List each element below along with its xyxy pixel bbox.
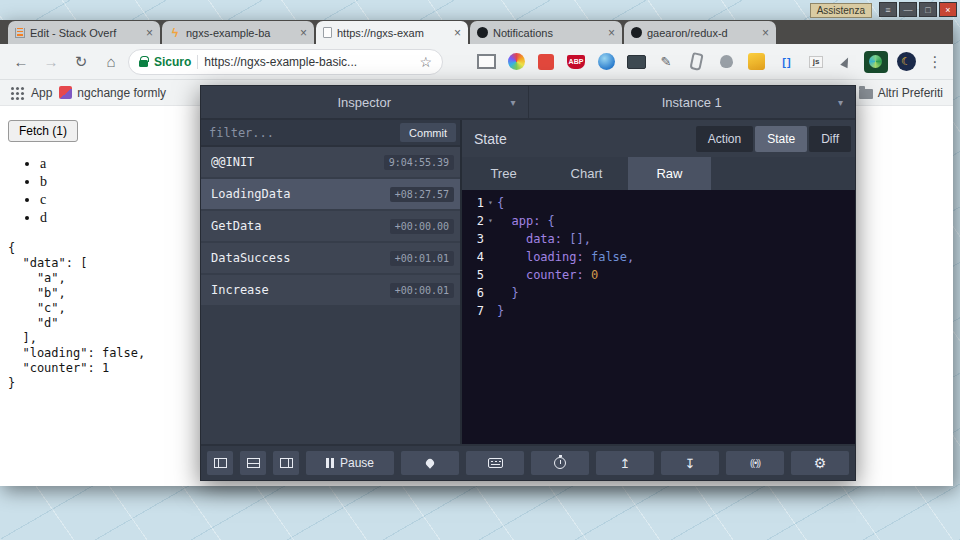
action-name: DataSuccess xyxy=(211,251,390,265)
action-item[interactable]: DataSuccess+00:01.01 xyxy=(201,243,460,273)
action-name: LoadingData xyxy=(211,187,390,201)
frame-capture-icon[interactable] xyxy=(471,49,501,75)
paperclip-icon[interactable] xyxy=(681,49,711,75)
forward-button[interactable]: → xyxy=(38,49,64,75)
pause-button[interactable]: Pause xyxy=(306,451,394,475)
browser-tab[interactable]: Edit - Stack Overf× xyxy=(8,21,160,44)
action-timestamp: +00:00.01 xyxy=(390,283,454,298)
fetch-button[interactable]: Fetch (1) xyxy=(8,120,78,142)
code-line: 1▾{ xyxy=(462,194,855,212)
extension-badge-label: js xyxy=(809,56,824,68)
slider-button[interactable] xyxy=(531,451,589,475)
window-close-button[interactable]: × xyxy=(939,2,957,17)
other-bookmarks[interactable]: Altri Preferiti xyxy=(859,86,943,100)
night-mode-icon[interactable]: ☾ xyxy=(891,49,921,75)
cursor-icon[interactable] xyxy=(831,49,861,75)
browser-tab[interactable]: gaearon/redux-d× xyxy=(624,21,776,44)
chevron-down-icon: ▾ xyxy=(510,97,515,108)
github-icon xyxy=(477,27,488,38)
line-number: 7 xyxy=(462,302,484,320)
broadcast-icon: ((•)) xyxy=(750,458,760,468)
action-item[interactable]: @@INIT9:04:55.39 xyxy=(201,147,460,177)
line-number: 3 xyxy=(462,230,484,248)
tab-state[interactable]: State xyxy=(755,126,807,152)
state-panel-title: State xyxy=(474,131,696,147)
fold-caret-icon[interactable]: ▾ xyxy=(484,194,497,212)
apps-grid-icon[interactable] xyxy=(10,86,24,100)
devtools-body: Commit @@INIT9:04:55.39LoadingData+08:27… xyxy=(201,120,855,444)
subtab-chart[interactable]: Chart xyxy=(545,157,628,190)
fold-caret-icon[interactable]: ▾ xyxy=(484,212,497,230)
browser-menu-icon[interactable]: ⋮ xyxy=(925,49,945,75)
reload-button[interactable]: ↻ xyxy=(68,49,94,75)
tab-close-icon[interactable]: × xyxy=(146,27,153,39)
action-item[interactable]: Increase+00:00.01 xyxy=(201,275,460,305)
window-maximize-button[interactable]: □ xyxy=(919,2,937,17)
dispatcher-button[interactable] xyxy=(466,451,524,475)
remote-button[interactable]: ((•)) xyxy=(726,451,784,475)
code-text: data: [], xyxy=(497,230,591,248)
tab-close-icon[interactable]: × xyxy=(608,27,615,39)
window-menu-button[interactable]: ≡ xyxy=(879,2,897,17)
line-number: 5 xyxy=(462,266,484,284)
code-line: 6 } xyxy=(462,284,855,302)
redux-devtools-icon[interactable] xyxy=(861,49,891,75)
gold-badge-icon[interactable] xyxy=(741,49,771,75)
back-button[interactable]: ← xyxy=(8,49,34,75)
window-minimize-button[interactable]: — xyxy=(899,2,917,17)
state-pane: State ActionStateDiff TreeChartRaw 1▾{2▾… xyxy=(462,120,855,444)
upload-icon: ↥ xyxy=(620,457,631,470)
fold-caret-icon xyxy=(484,230,497,248)
js-badge-icon[interactable]: js xyxy=(801,49,831,75)
bookmark-apps-label[interactable]: App xyxy=(31,86,52,100)
tab-close-icon[interactable]: × xyxy=(300,27,307,39)
settings-button[interactable]: ⚙ xyxy=(791,451,849,475)
pencil-icon[interactable]: ✎ xyxy=(651,49,681,75)
address-bar[interactable]: Sicuro https://ngxs-example-basic... ☆ xyxy=(128,49,443,75)
action-item[interactable]: LoadingData+08:27.57 xyxy=(201,179,460,209)
commit-button[interactable]: Commit xyxy=(400,123,456,142)
red-extension-icon[interactable] xyxy=(531,49,561,75)
folder-icon xyxy=(859,89,873,99)
document-icon xyxy=(323,27,332,38)
screenshot-dark-icon[interactable] xyxy=(621,49,651,75)
inspector-dropdown[interactable]: Inspector ▾ xyxy=(201,86,529,118)
address-divider xyxy=(197,55,198,69)
browser-toolbar: ← → ↻ ⌂ Sicuro https://ngxs-example-basi… xyxy=(0,44,953,80)
download-icon: ↧ xyxy=(685,457,696,470)
home-button[interactable]: ⌂ xyxy=(98,49,124,75)
tab-close-icon[interactable]: × xyxy=(454,27,461,39)
url-text: https://ngxs-example-basic... xyxy=(204,55,413,69)
import-button[interactable]: ↧ xyxy=(661,451,719,475)
layout-left-button[interactable] xyxy=(207,451,233,475)
state-panel-header: State ActionStateDiff xyxy=(462,120,855,157)
action-item[interactable]: GetData+00:00.00 xyxy=(201,211,460,241)
lightning-icon xyxy=(169,27,181,39)
bookmark-item[interactable]: ngchange formly xyxy=(59,86,166,100)
layout-bottom-button[interactable] xyxy=(240,451,266,475)
adblock-icon[interactable]: ABP xyxy=(561,49,591,75)
browser-tab[interactable]: https://ngxs-exam× xyxy=(316,21,468,44)
tab-close-icon[interactable]: × xyxy=(762,27,769,39)
tab-title: https://ngxs-exam xyxy=(337,27,450,39)
brackets-icon[interactable]: [ ] xyxy=(771,49,801,75)
lock-changes-button[interactable] xyxy=(401,451,459,475)
globe-icon[interactable] xyxy=(591,49,621,75)
export-button[interactable]: ↥ xyxy=(596,451,654,475)
filter-input[interactable] xyxy=(209,126,396,140)
subtab-raw[interactable]: Raw xyxy=(628,157,711,190)
tab-action[interactable]: Action xyxy=(696,126,753,152)
pane-left-icon xyxy=(214,458,227,468)
bookmark-star-icon[interactable]: ☆ xyxy=(419,54,432,70)
tab-title: gaearon/redux-d xyxy=(647,27,758,39)
instance-dropdown[interactable]: Instance 1 ▾ xyxy=(529,86,856,118)
code-line: 4 loading: false, xyxy=(462,248,855,266)
tab-diff[interactable]: Diff xyxy=(809,126,851,152)
color-wheel-icon[interactable] xyxy=(501,49,531,75)
layout-right-button[interactable] xyxy=(273,451,299,475)
browser-tab[interactable]: ngxs-example-ba× xyxy=(162,21,314,44)
keyboard-icon xyxy=(488,458,503,468)
shield-icon[interactable] xyxy=(711,49,741,75)
subtab-tree[interactable]: Tree xyxy=(462,157,545,190)
browser-tab[interactable]: Notifications× xyxy=(470,21,622,44)
